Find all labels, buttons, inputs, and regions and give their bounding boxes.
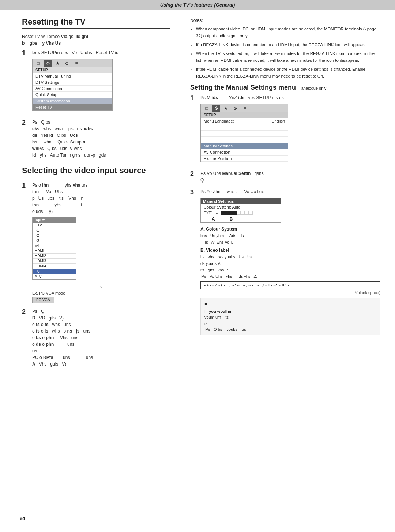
label-a: A — [212, 217, 215, 222]
step3-manual: 3 Ps Yo Zhn whs . Vo Uo bns Manual Setti… — [190, 188, 380, 335]
menu-icon-lines: ≡ — [73, 60, 80, 67]
section2-title: Selecting the video input source — [22, 166, 170, 177]
menu-r-circle-icon: ⊙ — [232, 105, 239, 112]
note-1: When component video, PC, or HDMI input … — [196, 26, 380, 39]
menu-r-lines-icon: ≡ — [241, 105, 248, 112]
menu-icons-row: □ ⚙ ★ ⊙ ≡ — [33, 59, 112, 67]
ext1-block-1 — [221, 211, 225, 215]
left-border-line — [15, 18, 15, 521]
right-column: Notes: When component video, PC, or HDMI… — [179, 10, 395, 380]
tip-icon: ■ — [204, 300, 376, 307]
ex-pc-vga-label: Ex. PC VGA mode — [32, 291, 170, 295]
menu-r-empty1 — [201, 124, 288, 131]
step-number-2: 2 — [22, 119, 30, 127]
step2-manual: 2 Ps Vo Ups Manual Settin gshsQ . — [190, 170, 380, 183]
step1-reset: 1 bns SETUPm ups Vo U uhs Reset TV id □ … — [22, 49, 170, 114]
input-hdmi2: HDMI2 — [33, 254, 76, 259]
menu-r-tv-icon: □ — [203, 105, 210, 112]
input-dtv: DTV — [33, 223, 76, 228]
step2-manual-text: Ps Vo Ups Manual Settin gshsQ . — [200, 170, 380, 183]
reset-tv-intro: Reset TV will erase Via gs uid ghi b gbs… — [22, 33, 170, 46]
step-number-2b: 2 — [22, 308, 30, 316]
ab-labels: A B — [201, 216, 281, 222]
note-4: If the HDMI cable from a connected devic… — [196, 66, 380, 79]
ext1-block-7 — [245, 211, 249, 215]
menu-r-picture-pos: Picture Position — [201, 156, 288, 162]
input-list-mockup: Input: DTV ○1 ○2 ○3 ○4 HDMI HDMI2 HDMI3 … — [32, 217, 76, 280]
menu-r-manual-settings: Manual Settings — [201, 143, 288, 149]
colour-system-text: bns Us yhm Ads ds Is A'' whs Vo U. — [200, 233, 380, 246]
menu-system-info: System Information — [33, 98, 112, 104]
menu-icon-star: ★ — [54, 60, 61, 67]
step-number-1c: 1 — [190, 94, 198, 102]
menu-reset-tv: Reset TV — [33, 104, 112, 110]
ext1-block-4 — [233, 211, 237, 215]
blank-space-note: *(blank space) — [200, 291, 380, 295]
menu-r-av-connection: AV Connection — [201, 149, 288, 156]
step1-manual-content: Ps M ids YnZ ids ybs SETUP ms us □ ⚙ ★ ⊙… — [200, 94, 380, 165]
section3-heading: Setting the Manual Settings menu — [190, 84, 296, 91]
ext1-block-5 — [237, 211, 241, 215]
step3-manual-content: Ps Yo Zhn whs . Vo Uo bns Manual Setting… — [200, 188, 380, 335]
step1-manual: 1 Ps M ids YnZ ids ybs SETUP ms us □ ⚙ ★ — [190, 94, 380, 165]
analogue-note: - analogue only - — [299, 86, 329, 90]
page-number: 24 — [20, 516, 25, 521]
menu-r-star-icon: ★ — [222, 105, 229, 112]
ext1-blocks — [221, 211, 253, 215]
step-number-1: 1 — [22, 49, 30, 57]
menu-icon-tv: □ — [35, 60, 42, 67]
notes-list: When component video, PC, or HDMI input … — [190, 26, 380, 79]
step1-manual-text: Ps M ids YnZ ids ybs SETUP ms us — [200, 94, 380, 101]
menu-dtv-manual: DTV Manual Tuning — [33, 73, 112, 79]
label-b: B — [230, 217, 233, 222]
note-3: When the TV is switched on, it will take… — [196, 50, 380, 64]
pc-vga-box: PC VGA — [32, 297, 54, 303]
input-hdmi1: HDMI — [33, 248, 76, 254]
menu-r-empty3 — [201, 137, 288, 143]
input-hdmi4: HDMI4 — [33, 264, 76, 269]
video-label-text: its vhs ws youhs Us Ucs ds youds V. its … — [200, 254, 380, 280]
ext1-block-2 — [225, 211, 229, 215]
input-atv: ATV — [33, 274, 76, 279]
input-o4: ○4 — [33, 243, 76, 248]
note-2: If a REGZA-LINK device is connected to a… — [196, 41, 380, 48]
step-number-1b: 1 — [22, 182, 30, 190]
ext1-block-8 — [249, 211, 253, 215]
step2-input-content: Ps Q . D VD gifs V) o fs o fs whs uns o … — [32, 308, 170, 367]
input-pc: PC — [33, 269, 76, 274]
step1-text: bns SETUPm ups Vo U uhs Reset TV id — [32, 49, 170, 56]
tip-box: ■ f you woulhn youm ufn ts is IPs Q bs y… — [200, 298, 380, 335]
menu-dtv-settings: DTV Settings — [33, 79, 112, 86]
input-o3: ○3 — [33, 238, 76, 243]
setup-menu-mockup: □ ⚙ ★ ⊙ ≡ SETUP DTV Manual Tuning DTV Se… — [32, 59, 113, 111]
step1-input-content: Ps o ihn yhs vhs urs ihn Vo Uhs p Us ups… — [32, 182, 170, 303]
section3-container: Setting the Manual Settings menu - analo… — [190, 84, 380, 335]
ext1-block-3 — [229, 211, 233, 215]
char-string-box: -A-→Z↔(-·)→*↔+↔,→-·→./→0-→9↔u'- — [200, 281, 380, 289]
notes-title: Notes: — [190, 17, 380, 24]
content-area: Resetting the TV Reset TV will erase Via… — [0, 10, 395, 380]
menu-setup-label: SETUP — [33, 67, 112, 73]
section3-title: Setting the Manual Settings menu - analo… — [190, 84, 380, 94]
step2-text: Ps Q bs eks whs wna ghs gs: wbs ds Yes i… — [32, 119, 170, 158]
ext1-bar: EXT1 ▲ — [201, 210, 281, 216]
colour-system-label: A. Colour System — [200, 226, 380, 233]
manual-settings-box: Manual Settings Colour System: Auto EXT1… — [200, 198, 281, 223]
menu-quick-setup: Quick Setup — [33, 92, 112, 98]
left-column: Resetting the TV Reset TV will erase Via… — [0, 10, 179, 380]
menu-r-setup-label: SETUP — [201, 112, 288, 118]
step2-reset: 2 Ps Q bs eks whs wna ghs gs: wbs ds Yes… — [22, 119, 170, 158]
input-o2: ○2 — [33, 233, 76, 238]
step-number-3c: 3 — [190, 188, 198, 196]
ext1-block-6 — [241, 211, 245, 215]
menu-right-icons: □ ⚙ ★ ⊙ ≡ — [201, 104, 288, 112]
menu-av-connection: AV Connection — [33, 86, 112, 92]
step2-content: Ps Q bs eks whs wna ghs gs: wbs ds Yes i… — [32, 119, 170, 158]
menu-r-gear-icon: ⚙ — [212, 105, 220, 112]
input-o1: ○1 — [33, 228, 76, 233]
section1-title: Resetting the TV — [22, 17, 170, 29]
step1-content: bns SETUPm ups Vo U uhs Reset TV id □ ⚙ … — [32, 49, 170, 114]
menu-r-empty2 — [201, 131, 288, 137]
colour-system-section: A. Colour System bns Us yhm Ads ds Is A'… — [200, 226, 380, 280]
menu-icon-gear: ⚙ — [44, 60, 52, 67]
